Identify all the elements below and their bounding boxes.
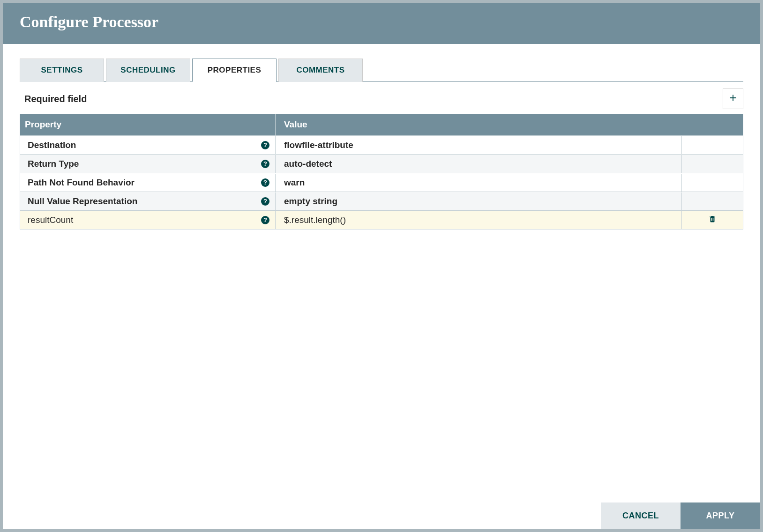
help-icon[interactable]: ? [261,160,269,168]
tab-comments[interactable]: COMMENTS [278,59,363,82]
cancel-button[interactable]: CANCEL [601,502,681,529]
table-row[interactable]: Path Not Found Behavior?warn [20,173,743,192]
table-row[interactable]: Destination?flowfile-attribute [20,135,743,154]
col-property: Property [20,114,276,135]
configure-processor-dialog: Configure Processor SETTINGS SCHEDULING … [3,3,760,529]
value-cell[interactable]: flowfile-attribute [276,136,682,154]
value-cell[interactable]: warn [276,174,682,192]
trash-icon[interactable] [708,214,717,225]
value-cell[interactable]: empty string [276,192,682,210]
action-cell [682,214,743,225]
tab-bar: SETTINGS SCHEDULING PROPERTIES COMMENTS [20,58,743,82]
col-value: Value [276,114,743,135]
help-icon[interactable]: ? [261,216,269,224]
value-cell[interactable]: auto-detect [276,155,682,173]
required-row: Required field [20,82,743,114]
property-cell[interactable]: Return Type? [20,155,276,173]
property-name: Path Not Found Behavior [28,177,135,188]
help-icon[interactable]: ? [261,197,269,206]
tab-properties[interactable]: PROPERTIES [192,59,277,82]
dialog-body: SETTINGS SCHEDULING PROPERTIES COMMENTS … [3,44,760,502]
property-cell[interactable]: Null Value Representation? [20,192,276,210]
add-property-button[interactable] [723,89,743,109]
table-row[interactable]: resultCount?$.result.length() [20,210,743,229]
property-name: Destination [28,140,76,150]
help-icon[interactable]: ? [261,141,269,149]
apply-button[interactable]: APPLY [681,502,760,529]
table-row[interactable]: Null Value Representation?empty string [20,192,743,210]
property-name: resultCount [28,215,73,225]
required-field-label: Required field [24,94,87,104]
table-row[interactable]: Return Type?auto-detect [20,154,743,173]
help-icon[interactable]: ? [261,178,269,187]
value-cell[interactable]: $.result.length() [276,211,682,229]
property-cell[interactable]: resultCount? [20,211,276,229]
dialog-footer: CANCEL APPLY [3,502,760,529]
tab-settings[interactable]: SETTINGS [20,59,104,82]
properties-table: Property Value Destination?flowfile-attr… [20,114,743,229]
property-name: Return Type [28,159,79,169]
property-cell[interactable]: Destination? [20,136,276,154]
plus-icon [728,93,738,105]
property-cell[interactable]: Path Not Found Behavior? [20,174,276,192]
tab-scheduling[interactable]: SCHEDULING [106,59,190,82]
table-header: Property Value [20,114,743,135]
dialog-title: Configure Processor [3,3,760,44]
property-name: Null Value Representation [28,196,137,207]
